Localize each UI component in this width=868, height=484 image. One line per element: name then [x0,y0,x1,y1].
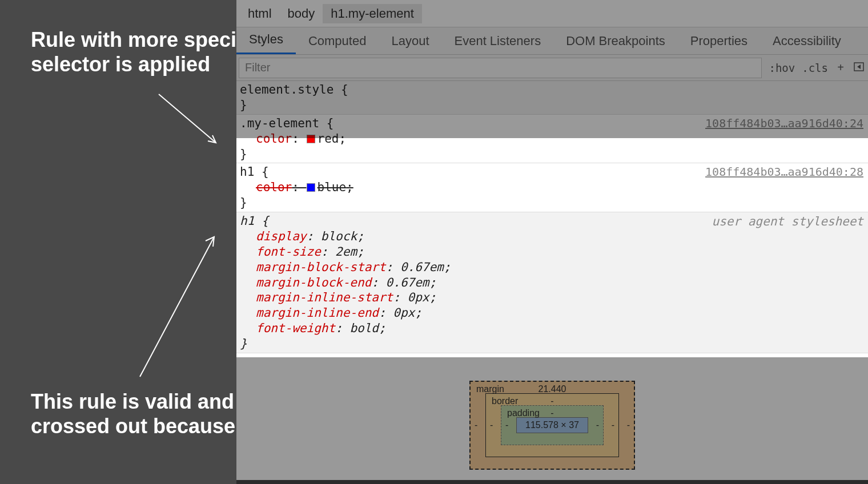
tab-properties[interactable]: Properties [678,28,760,54]
ua-prop-4: margin-inline-start: 0px; [240,290,863,305]
tab-dom-breakpoints[interactable]: DOM Breakpoints [553,28,678,54]
box-model-padding-top: - [550,408,553,418]
ua-prop-5: margin-inline-end: 0px; [240,305,863,321]
breadcrumb-h1-my-element[interactable]: h1.my-element [323,4,422,23]
tab-accessibility[interactable]: Accessibility [760,28,854,54]
tab-styles[interactable]: Styles [236,26,296,54]
rule-element-style[interactable]: element.style { } [236,81,868,115]
box-model-panel: margin 21.440 - - border - - - padding -… [236,353,868,480]
box-model-padding-left: - [505,420,508,430]
rule-h1-prop: color: blue; [240,180,863,195]
color-swatch-blue-icon[interactable] [307,183,315,192]
ua-prop-3: margin-block-end: 0.67em; [240,275,863,291]
color-swatch-red-icon[interactable] [307,135,315,143]
rule-ua-h1: user agent stylesheet h1 { display: bloc… [236,212,868,353]
box-model-padding[interactable]: padding - - - 115.578 × 37 [501,405,604,445]
rule-my-element-close: } [240,147,863,162]
annotation-top-line2: selector is applied [31,52,260,76]
ua-prop-0: display: block; [240,229,863,244]
breadcrumb-body[interactable]: body [280,4,323,23]
box-model-margin-left: - [475,420,477,430]
breadcrumb-bar: html body h1.my-element [236,0,868,27]
rule-h1-source[interactable]: 108ff484b03…aa916d40:28 [705,165,863,180]
toggle-sidebar-icon[interactable] [850,61,868,74]
rule-h1[interactable]: 108ff484b03…aa916d40:28 h1 { color: blue… [236,163,868,212]
hov-toggle[interactable]: :hov [765,62,798,74]
annotation-top: Rule with more specific selector is appl… [31,27,260,76]
breadcrumb-html[interactable]: html [240,4,280,23]
box-model-content[interactable]: 115.578 × 37 [516,417,588,433]
cls-toggle[interactable]: .cls [798,62,831,74]
rule-h1-close: } [240,195,863,211]
tab-layout[interactable]: Layout [379,28,441,54]
tab-event-listeners[interactable]: Event Listeners [442,28,554,54]
sidebar-tabs: Styles Computed Layout Event Listeners D… [236,27,868,55]
box-model-padding-label: padding [507,408,540,418]
annotation-top-line1: Rule with more specific [31,27,260,52]
svg-line-1 [140,237,214,377]
box-model-margin[interactable]: margin 21.440 - - border - - - padding -… [469,381,635,470]
box-model-border-right: - [612,420,614,430]
rule-my-element[interactable]: 108ff484b03…aa916d40:24 .my-element { co… [236,115,868,164]
prop-name-color-strike: color [256,180,292,194]
tab-computed[interactable]: Computed [296,28,379,54]
rule-my-element-prop: color: red; [240,131,863,147]
rule-element-style-selector: element.style { [240,82,863,98]
styles-filter-input[interactable] [239,58,762,78]
ua-prop-2: margin-block-start: 0.67em; [240,260,863,275]
rule-ua-source: user agent stylesheet [712,214,863,229]
arrow-top-icon [153,88,227,151]
svg-line-0 [159,94,216,143]
box-model-border[interactable]: border - - - padding - - - 115.578 × 37 [485,393,619,457]
arrow-bottom-icon [131,228,228,388]
ua-prop-1: font-size: 2em; [240,244,863,260]
devtools-panel: html body h1.my-element Styles Computed … [236,0,868,484]
ua-prop-6: font-weight: bold; [240,321,863,336]
svg-marker-3 [857,64,861,69]
rule-element-style-close: } [240,98,863,113]
new-style-rule-button[interactable]: + [831,61,850,74]
box-model-padding-right: - [596,420,599,430]
prop-value-blue: blue [318,180,347,194]
styles-filter-bar: :hov .cls + [236,55,868,81]
rule-my-element-source[interactable]: 108ff484b03…aa916d40:24 [705,116,863,131]
prop-value-red: red [318,132,339,146]
box-model-margin-right: - [627,420,630,430]
rule-ua-close: } [240,336,863,352]
box-model-border-left: - [490,420,493,430]
prop-name-color: color [256,132,292,146]
box-model: margin 21.440 - - border - - - padding -… [469,381,635,480]
